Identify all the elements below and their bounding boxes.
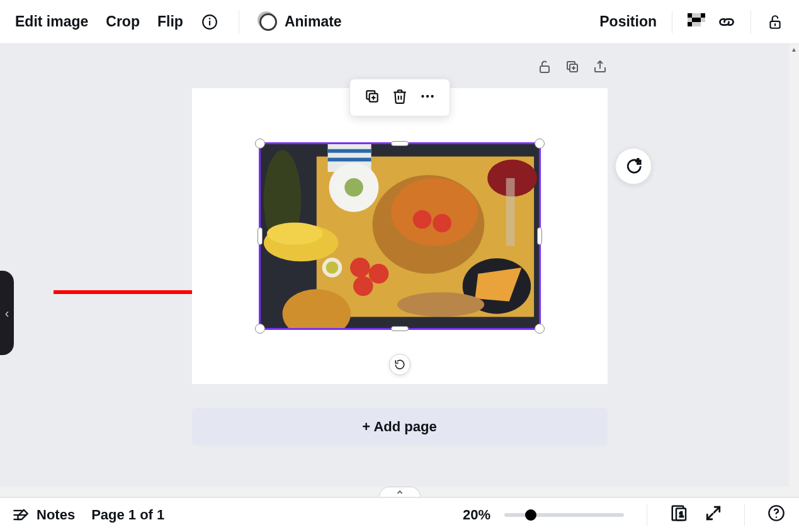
svg-text:1: 1 <box>679 511 683 518</box>
toolbar-separator <box>239 11 239 33</box>
resize-handle-sw[interactable] <box>255 324 265 334</box>
svg-point-41 <box>344 178 363 196</box>
timeline-expand-handle[interactable] <box>379 487 421 497</box>
svg-rect-5 <box>692 13 696 18</box>
image-edit-toolbar: Edit image Crop Flip Animate Position <box>0 0 799 44</box>
svg-rect-8 <box>692 18 696 22</box>
svg-rect-13 <box>696 22 701 26</box>
resize-handle-s[interactable] <box>391 326 409 331</box>
flip-button[interactable]: Flip <box>157 13 183 30</box>
svg-rect-7 <box>688 18 692 22</box>
svg-point-47 <box>368 264 388 283</box>
svg-point-66 <box>776 516 777 518</box>
page-indicator[interactable]: Page 1 of 1 <box>91 507 164 523</box>
add-comment-button[interactable]: + <box>615 148 652 184</box>
zoom-value[interactable]: 20% <box>463 507 490 523</box>
notes-label: Notes <box>37 507 75 523</box>
svg-text:+: + <box>635 157 640 166</box>
help-icon[interactable] <box>768 504 785 526</box>
resize-handle-ne[interactable] <box>535 139 545 149</box>
svg-rect-14 <box>701 22 705 26</box>
svg-point-38 <box>412 210 431 229</box>
position-button[interactable]: Position <box>599 13 657 30</box>
zoom-slider-thumb[interactable] <box>525 509 536 521</box>
page-export-icon[interactable] <box>592 59 608 82</box>
svg-rect-9 <box>696 18 701 22</box>
duplicate-icon[interactable] <box>364 88 380 107</box>
rotate-handle[interactable] <box>389 354 411 375</box>
toolbar-separator <box>751 11 751 33</box>
notes-button[interactable]: Notes <box>11 506 75 524</box>
notes-icon <box>11 506 29 524</box>
zoom-controls: 20% <box>463 507 624 523</box>
vertical-scrollbar[interactable]: ▲ <box>789 44 799 497</box>
svg-point-29 <box>431 95 433 98</box>
food-image-content <box>261 144 539 328</box>
canvas-viewport[interactable]: ▲ <box>0 44 799 497</box>
svg-rect-6 <box>701 13 705 18</box>
svg-point-27 <box>421 95 424 98</box>
crop-button[interactable]: Crop <box>106 13 140 30</box>
add-page-button[interactable]: + Add page <box>192 408 608 446</box>
link-icon[interactable] <box>718 13 735 31</box>
svg-rect-17 <box>540 66 549 72</box>
selected-image[interactable] <box>259 142 541 330</box>
svg-point-28 <box>426 95 428 98</box>
edit-image-button[interactable]: Edit image <box>15 13 88 30</box>
svg-point-2 <box>209 18 211 20</box>
bottombar-separator <box>647 504 647 526</box>
resize-handle-e[interactable] <box>537 227 542 245</box>
svg-point-48 <box>353 276 373 296</box>
svg-point-52 <box>397 292 484 317</box>
svg-point-39 <box>433 214 451 232</box>
fullscreen-icon[interactable] <box>705 505 722 525</box>
zoom-slider[interactable] <box>504 513 624 517</box>
animate-button[interactable]: Animate <box>285 13 342 30</box>
resize-handle-se[interactable] <box>535 324 545 334</box>
info-icon[interactable] <box>201 13 218 31</box>
sidepanel-collapse-toggle[interactable] <box>0 271 14 355</box>
svg-rect-3 <box>688 13 692 18</box>
svg-rect-54 <box>506 178 514 246</box>
resize-handle-w[interactable] <box>258 227 263 245</box>
svg-rect-34 <box>327 158 371 162</box>
svg-point-45 <box>326 261 338 274</box>
svg-point-43 <box>266 222 322 244</box>
bottombar-separator <box>744 504 745 526</box>
svg-rect-10 <box>701 18 705 22</box>
svg-point-46 <box>350 258 370 277</box>
svg-rect-12 <box>692 22 696 26</box>
resize-handle-n[interactable] <box>391 141 409 146</box>
design-page[interactable]: + <box>192 88 608 384</box>
toolbar-separator <box>672 11 672 33</box>
svg-point-37 <box>391 178 478 246</box>
delete-icon[interactable] <box>392 88 408 107</box>
selection-context-toolbar <box>349 79 450 116</box>
bottom-bar: Notes Page 1 of 1 20% 1 <box>0 497 799 532</box>
page-duplicate-icon[interactable] <box>565 59 580 82</box>
transparency-icon[interactable] <box>688 13 705 31</box>
lock-icon[interactable] <box>766 13 784 31</box>
page-lock-icon[interactable] <box>537 59 552 82</box>
grid-view-icon[interactable]: 1 <box>670 504 689 526</box>
svg-rect-4 <box>696 13 701 18</box>
animate-ring-icon <box>259 13 277 31</box>
more-icon[interactable] <box>419 88 436 107</box>
resize-handle-nw[interactable] <box>255 139 265 149</box>
svg-rect-11 <box>688 22 692 26</box>
svg-rect-33 <box>327 149 371 153</box>
